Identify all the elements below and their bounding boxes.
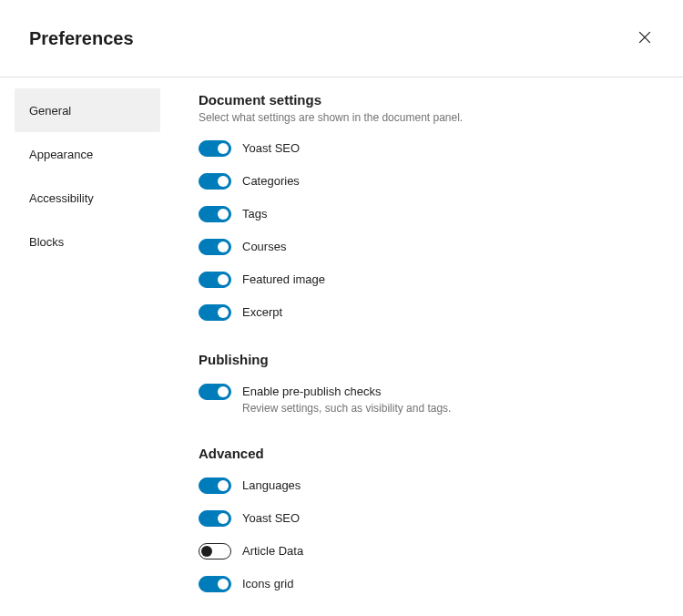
modal-title: Preferences — [29, 28, 134, 49]
toggle-label: Icons grid — [242, 576, 293, 592]
tab-accessibility[interactable]: Accessibility — [15, 176, 160, 220]
toggle-sublabel: Review settings, such as visibility and … — [242, 402, 451, 415]
section-title: Document settings — [199, 92, 654, 108]
section-title: Publishing — [199, 352, 654, 367]
section-advanced: Advanced Languages Yoast SEO Article Dat… — [199, 446, 654, 592]
tab-label: Blocks — [29, 235, 64, 249]
toggle-icons-grid[interactable] — [199, 576, 231, 592]
toggle-label: Enable pre-publish checks — [242, 384, 451, 400]
section-title: Advanced — [199, 446, 654, 461]
toggle-label: Article Data — [242, 543, 303, 560]
toggle-yoast-seo-advanced[interactable] — [199, 510, 231, 527]
toggle-label: Featured image — [242, 272, 325, 288]
sidebar: General Appearance Accessibility Blocks — [0, 77, 160, 616]
toggle-label: Categories — [242, 173, 300, 190]
tab-label: General — [29, 104, 71, 118]
tab-label: Appearance — [29, 148, 93, 161]
close-icon — [636, 28, 654, 49]
toggle-label: Excerpt — [242, 304, 282, 321]
tab-appearance[interactable]: Appearance — [15, 132, 160, 176]
section-document-settings: Document settings Select what settings a… — [199, 92, 654, 321]
toggle-label: Languages — [242, 477, 301, 494]
toggle-featured-image[interactable] — [199, 272, 231, 288]
toggle-label: Yoast SEO — [242, 140, 300, 157]
main-panel: Document settings Select what settings a… — [160, 77, 683, 616]
toggle-courses[interactable] — [199, 239, 231, 255]
toggle-categories[interactable] — [199, 173, 231, 190]
close-button[interactable] — [628, 22, 661, 55]
toggle-prepublish-checks[interactable] — [199, 384, 231, 400]
toggle-label: Courses — [242, 239, 286, 255]
toggle-article-data[interactable] — [199, 543, 231, 560]
toggle-tags[interactable] — [199, 206, 231, 222]
tab-blocks[interactable]: Blocks — [15, 220, 160, 263]
toggle-label: Tags — [242, 206, 267, 222]
tab-general[interactable]: General — [15, 88, 160, 132]
tab-label: Accessibility — [29, 191, 94, 205]
toggle-languages[interactable] — [199, 477, 231, 494]
toggle-excerpt[interactable] — [199, 304, 231, 321]
toggle-yoast-seo[interactable] — [199, 140, 231, 157]
section-publishing: Publishing Enable pre-publish checks Rev… — [199, 352, 654, 415]
toggle-label: Yoast SEO — [242, 510, 300, 527]
section-desc: Select what settings are shown in the do… — [199, 111, 654, 124]
